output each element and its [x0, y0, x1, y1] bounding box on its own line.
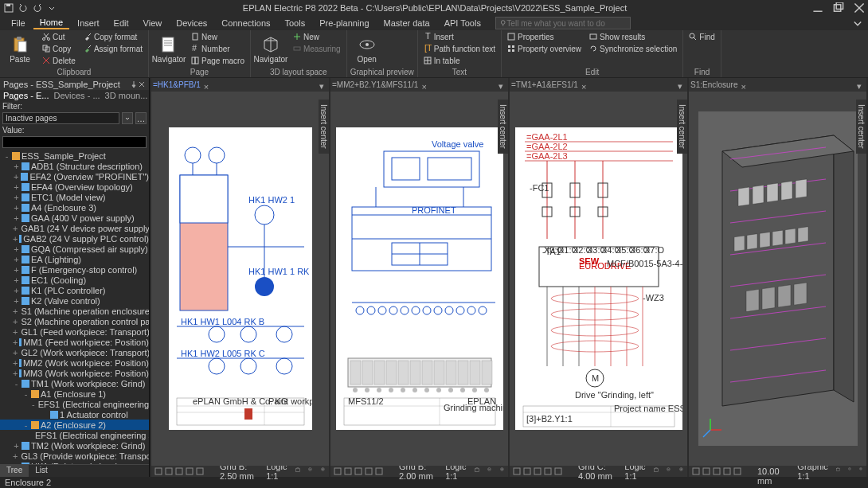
menu-apitools[interactable]: API Tools	[438, 18, 487, 29]
tree-row[interactable]: +EA (Lighting)	[0, 254, 149, 264]
assignformat-button[interactable]: Assign format	[81, 43, 145, 54]
tree-row[interactable]: +K1 (PLC controller)	[0, 285, 149, 295]
qat-redo-icon[interactable]	[32, 2, 43, 14]
tree-row[interactable]: 1 Actuator control	[0, 409, 149, 420]
page-macro-button[interactable]: Page macro	[189, 55, 247, 66]
tab-close-icon[interactable]: ×	[204, 82, 210, 88]
tree-row[interactable]: +GL3 (Provide workpiece: Transport)	[0, 451, 149, 461]
tree-row[interactable]: +GL2 (Work workpiece: Transport)	[0, 347, 149, 357]
tree-row[interactable]: -A2 (Enclosure 2)	[0, 420, 149, 430]
menu-file[interactable]: File	[5, 18, 32, 29]
pin-icon[interactable]	[130, 80, 138, 88]
qat-drop-icon[interactable]	[46, 2, 57, 14]
tab-tree[interactable]: Tree	[0, 465, 29, 477]
tree-row[interactable]: EFS1 (Electrical engineering schematic)	[0, 430, 149, 440]
tree-toggle-icon[interactable]: +	[13, 359, 18, 366]
tree-row[interactable]: +GQA (Compressed air supply)	[0, 244, 149, 254]
tree-row[interactable]: +F (Emergency-stop control)	[0, 264, 149, 275]
tree-row[interactable]: +EC1 (Cooling)	[0, 275, 149, 285]
zoom-in-icon[interactable]	[679, 467, 684, 475]
qat-undo-icon[interactable]	[18, 2, 29, 14]
delete-button[interactable]: Delete	[40, 55, 78, 66]
tree-toggle-icon[interactable]: +	[13, 204, 20, 211]
zoom-out-icon[interactable]	[487, 467, 492, 475]
tab-list[interactable]: List	[29, 465, 54, 477]
tab-close-icon[interactable]: ×	[581, 82, 588, 88]
insert-center-tab[interactable]: Insert center	[498, 100, 508, 154]
project-tree[interactable]: -ESS_Sample_Project+ADB1 (Structure desc…	[0, 149, 149, 464]
value-input[interactable]	[6, 138, 143, 146]
zoom-in-icon[interactable]	[500, 467, 505, 475]
tree-toggle-icon[interactable]: +	[13, 256, 20, 263]
tab-dropdown-icon[interactable]: ▾	[499, 81, 506, 89]
intable-button[interactable]: In table	[421, 55, 498, 66]
tree-toggle-icon[interactable]: +	[13, 349, 18, 356]
tree-row[interactable]: +GAB2 (24 V supply PLC control)	[0, 233, 149, 244]
propoverview-button[interactable]: Property overview	[505, 43, 584, 54]
menu-view[interactable]: View	[137, 18, 169, 29]
tree-row[interactable]: +GL1 (Feed workpiece: Transport)	[0, 326, 149, 337]
find-button[interactable]: Find	[686, 31, 717, 42]
tree-toggle-icon[interactable]: +	[13, 338, 18, 346]
menu-masterdata[interactable]: Master data	[377, 18, 436, 29]
tree-row[interactable]: +MM3 (Work workpiece: Position)	[0, 368, 149, 378]
zoom-home-icon[interactable]	[654, 467, 659, 475]
tree-toggle-icon[interactable]: -	[32, 400, 35, 408]
sync-button[interactable]: Synchronize selection	[587, 43, 679, 54]
tree-toggle-icon[interactable]: -	[3, 152, 10, 159]
tree-toggle-icon[interactable]: +	[13, 297, 20, 304]
tree-toggle-icon[interactable]: +	[13, 307, 18, 314]
tree-toggle-icon[interactable]: +	[13, 162, 20, 170]
tree-toggle-icon[interactable]: +	[13, 276, 20, 283]
insert-center-tab[interactable]: Insert center	[677, 100, 687, 154]
tab-close-icon[interactable]: ×	[421, 82, 428, 88]
filter-toggle-button[interactable]	[122, 112, 133, 124]
editor-tab[interactable]: =MM2+B2.Y1&MFS11/1	[332, 80, 418, 89]
text-insert-button[interactable]: TInsert	[421, 31, 498, 42]
zoom-in-icon[interactable]	[859, 467, 863, 475]
tree-row[interactable]: +S2 (Machine operation control panel)	[0, 316, 149, 326]
editor-tab[interactable]: =TM1+A1&EFS1/1	[511, 80, 578, 89]
value-input-box[interactable]	[2, 136, 147, 148]
menu-connections[interactable]: Connections	[215, 18, 276, 29]
snap-icons[interactable]	[692, 467, 741, 475]
zoom-home-icon[interactable]	[475, 467, 479, 475]
tree-row[interactable]: -ESS_Sample_Project	[0, 150, 149, 161]
tree-toggle-icon[interactable]: +	[13, 245, 20, 252]
tree-toggle-icon[interactable]: +	[13, 235, 18, 242]
snap-icons[interactable]	[513, 467, 562, 475]
d3-new-button[interactable]: New	[291, 31, 343, 42]
tab-close-icon[interactable]: ×	[741, 82, 747, 88]
paste-button[interactable]: Paste	[3, 31, 37, 68]
pathfunc-button[interactable]: [T]Path function text	[421, 43, 498, 54]
drawing-canvas[interactable]: Voltage valve PROFINET MFS11/2 Grinding …	[330, 92, 508, 466]
tab-dropdown-icon[interactable]: ▾	[319, 81, 327, 89]
zoom-home-icon[interactable]	[836, 467, 840, 475]
snap-icons[interactable]	[334, 467, 383, 475]
tree-row[interactable]: +MM2 (Work workpiece: Position)	[0, 357, 149, 368]
tree-row[interactable]: +MM1 (Feed workpiece: Position)	[0, 337, 149, 347]
tree-toggle-icon[interactable]: +	[13, 452, 18, 459]
tab-dropdown-icon[interactable]: ▾	[678, 81, 686, 89]
properties-button[interactable]: Properties	[505, 31, 584, 42]
tree-toggle-icon[interactable]: +	[13, 183, 20, 190]
snap-icons[interactable]	[154, 467, 204, 475]
tree-row[interactable]: +TM2 (Work workpiece: Grind)	[0, 440, 149, 451]
page-number-button[interactable]: #Number	[189, 43, 247, 54]
tree-row[interactable]: +K2 (Valve control)	[0, 295, 149, 306]
tree-toggle-icon[interactable]: +	[13, 173, 19, 180]
tree-row[interactable]: +GAB1 (24 V device power supply)	[0, 223, 149, 233]
tree-toggle-icon[interactable]: +	[13, 287, 20, 294]
page-new-button[interactable]: New	[189, 31, 247, 42]
drawing-canvas[interactable]: Insert center	[689, 92, 866, 466]
showresults-button[interactable]: Show results	[587, 31, 679, 42]
maximize-button[interactable]	[833, 2, 844, 14]
tree-toggle-icon[interactable]: +	[13, 369, 18, 377]
tab-dropdown-icon[interactable]: ▾	[857, 81, 865, 89]
tree-row[interactable]: -A1 (Enclosure 1)	[0, 388, 149, 399]
zoom-out-icon[interactable]	[308, 467, 313, 475]
menu-devices[interactable]: Devices	[170, 18, 213, 29]
cut-button[interactable]: Cut	[40, 31, 78, 42]
editor-tab[interactable]: =HK1&PFB/1	[153, 80, 201, 89]
insert-center-tab[interactable]: Insert center	[856, 100, 866, 154]
